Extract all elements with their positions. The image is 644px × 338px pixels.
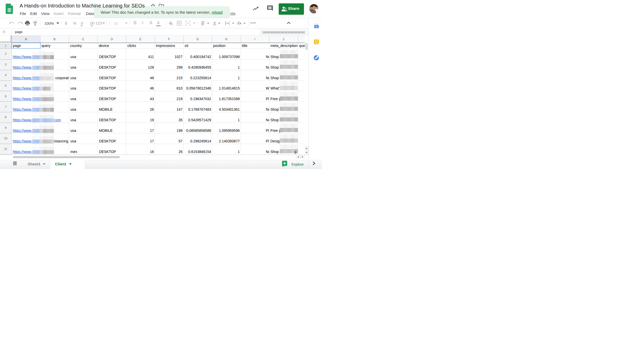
svg-text:31: 31 <box>315 26 318 28</box>
